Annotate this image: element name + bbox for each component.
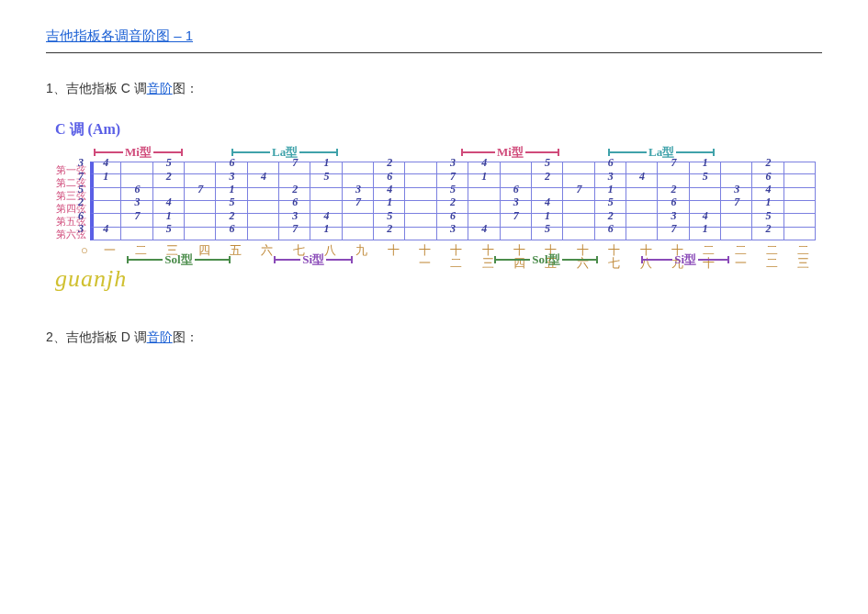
fret-note: 1 <box>324 157 330 168</box>
section-2-prefix: 2、吉他指板 D 调 <box>46 329 147 344</box>
fret-note: 1 <box>324 223 330 234</box>
fret-note: 3 <box>450 223 456 234</box>
fret-note: 6 <box>513 184 519 195</box>
fret-note: 7 <box>292 223 298 234</box>
fret-note: 3 <box>355 184 361 195</box>
fret-note: 6 <box>387 171 392 182</box>
pattern-bracket-la: La型 <box>608 144 715 161</box>
pattern-label: Sol型 <box>163 251 194 268</box>
pattern-bracket-si: Si型 <box>641 251 729 268</box>
pattern-label: Mi型 <box>495 144 525 161</box>
fret-note: 3 <box>513 196 519 207</box>
fretboard-diagram-c: C 调 (Am) Mi型La型Mi型La型 第一弦第二弦第三弦第四弦第五弦第六弦… <box>46 120 822 293</box>
fret-note: 2 <box>292 184 298 195</box>
fret-note: 2 <box>671 184 676 195</box>
fret-note: 1 <box>481 171 487 182</box>
fret-note: 5 <box>166 157 172 168</box>
fret-label: 十 一 <box>409 244 440 271</box>
fret-note: 4 <box>324 210 330 221</box>
fret-note: 4 <box>703 210 708 221</box>
fret-note: 6 <box>765 171 771 182</box>
fret-note: 7 <box>135 210 141 221</box>
fret-note: 3 <box>230 171 235 182</box>
page-title-link[interactable]: 吉他指板各调音阶图 – 1 <box>46 28 193 43</box>
fret-note: 2 <box>166 171 172 182</box>
fret-note: 1 <box>387 196 392 207</box>
fret-note: 5 <box>545 157 550 168</box>
fret-label: 二 三 <box>788 244 819 271</box>
fret-note: 5 <box>230 196 235 207</box>
fret-label: 二 二 <box>756 244 787 271</box>
fret-note: 4 <box>387 184 392 195</box>
pattern-label: Si型 <box>300 251 326 268</box>
fret-note: 3 <box>292 210 298 221</box>
section-1-prefix: 1、吉他指板 C 调 <box>46 81 147 95</box>
section-1-suffix: 图： <box>173 81 198 95</box>
pattern-bracket-si: Si型 <box>274 251 353 268</box>
fret-note: 6 <box>230 223 235 234</box>
fret-note: 1 <box>103 171 108 182</box>
fret-note: 5 <box>166 223 172 234</box>
fret-note: 2 <box>387 157 392 168</box>
title-bar: 吉他指板各调音阶图 – 1 <box>46 28 822 53</box>
fret-note: 5 <box>703 171 708 182</box>
fret-note: 2 <box>765 223 771 234</box>
fret-note: 7 <box>450 171 456 182</box>
pattern-label: Si型 <box>672 251 698 268</box>
fret-note: 6 <box>608 223 614 234</box>
fret-label: 十 七 <box>599 244 630 271</box>
open-note: 5 <box>78 184 84 195</box>
fret-note: 5 <box>387 210 392 221</box>
fret-note: 7 <box>355 196 361 207</box>
scale-link-1[interactable]: 音阶 <box>147 81 173 95</box>
fret-note: 4 <box>481 223 487 234</box>
fretboard-grid: 3752634567123456712123456712345667123456… <box>90 162 816 240</box>
section-2-heading: 2、吉他指板 D 调音阶图： <box>46 329 822 346</box>
fret-note: 4 <box>639 171 645 182</box>
fret-note: 1 <box>703 157 708 168</box>
fret-note: 7 <box>292 157 298 168</box>
open-note: 3 <box>78 157 84 168</box>
fret-note: 4 <box>765 184 771 195</box>
section-1-heading: 1、吉他指板 C 调音阶图： <box>46 81 822 97</box>
fret-note: 6 <box>671 196 676 207</box>
fret-note: 4 <box>166 196 172 207</box>
fret-label: 十 二 <box>441 244 472 271</box>
fret-note: 6 <box>292 196 298 207</box>
fret-note: 6 <box>608 157 614 168</box>
fret-note: 5 <box>450 184 456 195</box>
fret-note: 2 <box>545 171 550 182</box>
fret-note: 5 <box>765 210 771 221</box>
fret-note: 1 <box>608 184 614 195</box>
fret-note: 3 <box>734 184 739 195</box>
fret-note: 7 <box>576 184 581 195</box>
fret-note: 1 <box>545 210 550 221</box>
fret-note: 4 <box>261 171 266 182</box>
pattern-bracket-sol: Sol型 <box>127 251 230 268</box>
open-note: 2 <box>78 196 84 207</box>
fret-note: 4 <box>481 157 487 168</box>
fret-note: 6 <box>230 157 235 168</box>
fret-note: 5 <box>545 223 550 234</box>
fret-note: 7 <box>671 223 676 234</box>
fret-note: 2 <box>230 210 235 221</box>
pattern-bracket-la: La型 <box>231 144 338 161</box>
fret-note: 1 <box>765 196 771 207</box>
fret-label: 十 <box>378 244 409 271</box>
fret-note: 4 <box>103 157 108 168</box>
scale-link-2[interactable]: 音阶 <box>147 329 173 344</box>
fret-note: 6 <box>135 184 141 195</box>
pattern-bracket-sol: Sol型 <box>494 251 597 268</box>
fret-note: 5 <box>324 171 330 182</box>
fret-note: 1 <box>166 210 172 221</box>
fret-note: 7 <box>734 196 739 207</box>
fret-note: 2 <box>765 157 771 168</box>
fret-note: 3 <box>608 171 614 182</box>
fret-note: 5 <box>608 196 614 207</box>
open-note: 7 <box>78 171 84 182</box>
section-2-suffix: 图： <box>173 329 198 344</box>
fret-note: 6 <box>450 210 456 221</box>
bottom-pattern-brackets: Sol型Si型Sol型Si型 <box>127 251 215 269</box>
fret-note: 4 <box>545 196 550 207</box>
fret-note: 7 <box>197 184 203 195</box>
